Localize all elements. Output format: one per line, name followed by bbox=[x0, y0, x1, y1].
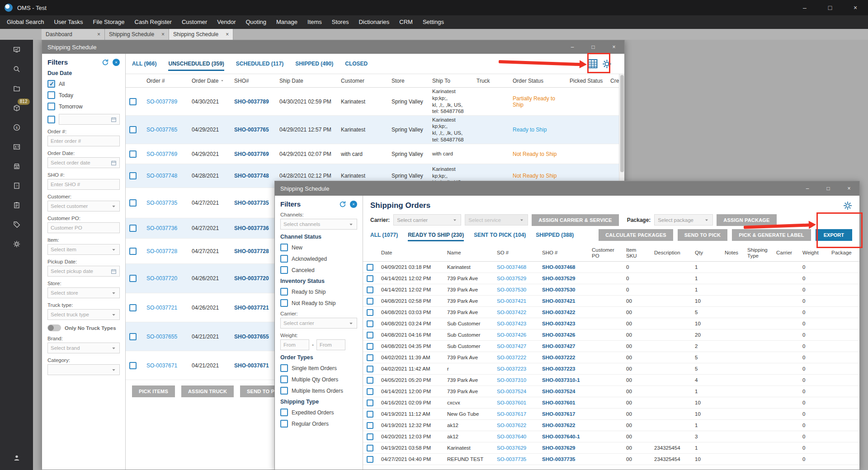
tab-shipping-schedule-1[interactable]: Shipping Schedule× bbox=[105, 29, 169, 40]
so-link[interactable]: SO-0037426 bbox=[493, 331, 538, 338]
sho-link[interactable]: SHO-0037720 bbox=[231, 274, 276, 282]
tab-sent-to-pick-104[interactable]: SENT TO PICK (104) bbox=[474, 228, 526, 242]
table-row[interactable]: 04/20/2021 12:03 PMak12SO-0037640SHO-003… bbox=[363, 431, 859, 442]
filter-date-order-date[interactable]: Select order date bbox=[47, 157, 120, 168]
so-link[interactable]: SO-0037735 bbox=[493, 456, 538, 463]
column-header-weight[interactable]: Weight bbox=[799, 250, 828, 256]
order-link[interactable]: SO-0037769 bbox=[143, 150, 188, 158]
table-row[interactable]: 04/02/2021 11:42 AMrSO-0037223SHO-003722… bbox=[363, 363, 859, 375]
sho-link[interactable]: SHO-0037222 bbox=[538, 354, 588, 361]
row-checkbox[interactable] bbox=[367, 388, 373, 395]
sho-link[interactable]: SHO-0037789 bbox=[231, 98, 276, 106]
sho-link[interactable]: SHO-0037748 bbox=[231, 172, 276, 180]
so-link[interactable]: SO-0037622 bbox=[493, 422, 538, 429]
order-link[interactable]: SO-0037721 bbox=[143, 304, 188, 312]
so-link[interactable]: SO-0037640 bbox=[493, 433, 538, 440]
table-row[interactable]: 04/08/2021 03:24 PMSub CustomerSO-003742… bbox=[363, 318, 859, 329]
tab-shipping-schedule-2[interactable]: Shipping Schedule× bbox=[169, 29, 233, 40]
filter-checkbox-multiple-qty-orders[interactable]: Multiple Qty Orders bbox=[280, 376, 357, 383]
window2-header[interactable]: Shipping Schedule – □ × bbox=[275, 181, 859, 196]
row-checkbox[interactable] bbox=[129, 333, 137, 340]
row-checkbox[interactable] bbox=[367, 422, 373, 429]
row-checkbox[interactable] bbox=[367, 264, 373, 271]
tab-unscheduled-359[interactable]: UNSCHEDULED (359) bbox=[168, 54, 224, 74]
filter-checkbox-all[interactable]: All bbox=[47, 80, 120, 88]
tab-all-966[interactable]: ALL (966) bbox=[132, 54, 156, 74]
tab-ready-to-ship-230[interactable]: READY TO SHIP (230) bbox=[408, 228, 464, 242]
sidebar-item-money[interactable]: $ bbox=[10, 121, 24, 133]
sho-link[interactable]: SHO-0037423 bbox=[538, 320, 588, 327]
column-header-sho[interactable]: SHO# bbox=[231, 78, 276, 84]
tab-scheduled-117[interactable]: SCHEDULED (117) bbox=[236, 54, 283, 74]
filter-select-item[interactable]: Select item bbox=[47, 244, 120, 255]
row-checkbox[interactable] bbox=[367, 411, 373, 418]
filter-select-store[interactable]: Select store bbox=[47, 287, 120, 298]
checkbox-icon[interactable] bbox=[47, 80, 55, 88]
tab-shipped-388[interactable]: SHIPPED (388) bbox=[536, 228, 574, 242]
sidebar-item-contacts[interactable] bbox=[10, 141, 24, 153]
column-header-sho[interactable]: SHO # bbox=[538, 250, 588, 256]
table-row[interactable]: 04/08/2021 02:58 PM739 Park AveSO-003742… bbox=[363, 296, 859, 307]
table-row[interactable]: 04/08/2021 04:16 PMSub CustomerSO-003742… bbox=[363, 329, 859, 341]
menu-item-settings[interactable]: Settings bbox=[418, 15, 449, 29]
gear-icon[interactable] bbox=[843, 201, 852, 210]
checkbox-icon[interactable] bbox=[280, 299, 288, 307]
pick-items-button[interactable]: PICK ITEMS bbox=[132, 385, 175, 397]
row-checkbox[interactable] bbox=[367, 320, 373, 327]
sort-arrow-icon[interactable] bbox=[220, 78, 224, 84]
sho-link[interactable]: SHO-0037310-1 bbox=[538, 376, 588, 384]
assign-package-button[interactable]: ASSIGN PACKAGE bbox=[717, 214, 776, 226]
so-link[interactable]: SO-0037422 bbox=[493, 309, 538, 316]
row-checkbox[interactable] bbox=[367, 287, 373, 293]
sidebar-item-task-question[interactable]: ? bbox=[10, 179, 24, 192]
window2-close-button[interactable]: × bbox=[839, 181, 859, 196]
filter-select-brand[interactable]: Select brand bbox=[47, 343, 120, 353]
checkbox-icon[interactable] bbox=[47, 91, 55, 99]
window1-close-button[interactable]: × bbox=[604, 40, 624, 54]
column-header-truck[interactable]: Truck bbox=[473, 78, 509, 84]
sho-link[interactable]: SHO-0037728 bbox=[231, 247, 276, 255]
menu-item-crm[interactable]: CRM bbox=[394, 15, 418, 29]
sho-link[interactable]: SHO-0037524 bbox=[538, 388, 588, 395]
row-checkbox[interactable] bbox=[129, 225, 137, 232]
refresh-filters-icon[interactable] bbox=[339, 201, 346, 208]
menu-item-global-search[interactable]: Global Search bbox=[2, 15, 49, 29]
pick-generate-label-button[interactable]: PICK & GENERATE LABEL bbox=[732, 229, 811, 241]
sho-link[interactable]: SHO-0037468 bbox=[538, 263, 588, 271]
column-header-order-status[interactable]: Order Status bbox=[509, 78, 566, 84]
refresh-filters-icon[interactable] bbox=[102, 59, 109, 66]
maximize-button[interactable]: □ bbox=[817, 0, 843, 15]
column-header-shipping-type[interactable]: Shipping Type bbox=[744, 247, 773, 258]
menu-item-user-tasks[interactable]: User Tasks bbox=[49, 15, 88, 29]
column-header-order[interactable]: Order # bbox=[143, 78, 188, 84]
checkbox-icon[interactable] bbox=[280, 409, 288, 416]
calculate-packages-button[interactable]: CALCULATE PACKAGES bbox=[599, 229, 673, 241]
row-checkbox[interactable] bbox=[367, 366, 373, 372]
sho-link[interactable]: SHO-0037223 bbox=[538, 365, 588, 372]
column-header-store[interactable]: Store bbox=[388, 78, 429, 84]
menu-item-cash-register[interactable]: Cash Register bbox=[130, 15, 177, 29]
row-checkbox[interactable] bbox=[367, 275, 373, 282]
sidebar-item-clipboard[interactable] bbox=[10, 199, 24, 211]
order-link[interactable]: SO-0037735 bbox=[143, 199, 188, 207]
filter-select-channels[interactable]: Select channels bbox=[280, 219, 357, 230]
sho-link[interactable]: SHO-0037655 bbox=[231, 333, 276, 341]
so-link[interactable]: SO-0037222 bbox=[493, 354, 538, 361]
filter-checkbox-regular-orders[interactable]: Regular Orders bbox=[280, 420, 357, 428]
filter-checkbox-ready-to-ship[interactable]: Ready to Ship bbox=[280, 288, 357, 296]
filter-date-pickup-date[interactable]: Select pickup date bbox=[47, 266, 120, 277]
column-header-carrier[interactable]: Carrier bbox=[773, 250, 799, 256]
filter-checkbox-multiple-items-orders[interactable]: Multiple Items Orders bbox=[280, 387, 357, 395]
tab-closed[interactable]: CLOSED bbox=[345, 54, 368, 74]
filter-checkbox-not-ready-to-ship[interactable]: Not Ready to Ship bbox=[280, 299, 357, 307]
table-row[interactable]: 04/08/2021 03:03 PM739 Park AveSO-003742… bbox=[363, 307, 859, 318]
menu-item-vendor[interactable]: Vendor bbox=[212, 15, 241, 29]
so-link[interactable]: SO-0037468 bbox=[493, 263, 538, 271]
table-row[interactable]: 04/19/2021 12:32 PMak12SO-0037622SHO-003… bbox=[363, 420, 859, 431]
filter-checkbox-canceled[interactable]: Canceled bbox=[280, 266, 357, 274]
sidebar-item-gear[interactable] bbox=[10, 238, 24, 250]
table-row[interactable]: 04/19/2021 03:58 PMKarinatestSO-0037629S… bbox=[363, 442, 859, 454]
row-checkbox[interactable] bbox=[367, 377, 373, 384]
column-header-qty[interactable]: Qty bbox=[691, 250, 721, 256]
tab-shipped-490[interactable]: SHIPPED (490) bbox=[295, 54, 333, 74]
